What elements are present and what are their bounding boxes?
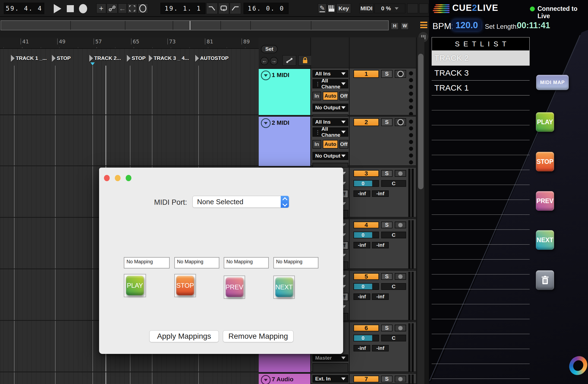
scrollbar-thumb[interactable] bbox=[418, 54, 423, 189]
computer-midi-keyboard-icon[interactable] bbox=[327, 4, 336, 13]
stop-mapping-field[interactable]: No Mapping bbox=[174, 257, 219, 268]
monitor-auto-button[interactable]: Auto bbox=[323, 140, 338, 149]
stop-map-button[interactable]: STOP bbox=[176, 276, 194, 295]
lock-icon[interactable] bbox=[298, 55, 312, 66]
fold-width-button[interactable]: W bbox=[401, 23, 409, 30]
next-mapping-field[interactable]: No Mapping bbox=[273, 257, 318, 268]
arm-button[interactable] bbox=[395, 273, 406, 280]
setlist-empty-row[interactable] bbox=[432, 304, 530, 319]
setlist-empty-row[interactable] bbox=[432, 170, 530, 185]
track-activator[interactable]: 6 bbox=[353, 325, 379, 331]
track-activator[interactable]: 3 bbox=[353, 170, 379, 177]
solo-button[interactable]: S bbox=[381, 170, 393, 177]
pan-slider[interactable]: 0 bbox=[353, 180, 379, 187]
next-map-button[interactable]: NEXT bbox=[275, 277, 293, 297]
record-icon[interactable] bbox=[79, 4, 87, 13]
monitor-in-button[interactable]: In bbox=[312, 140, 321, 149]
loop-icon[interactable] bbox=[218, 3, 229, 14]
setlist-empty-row[interactable] bbox=[432, 185, 530, 200]
next-locator-icon[interactable]: → bbox=[270, 57, 278, 65]
setlist-empty-row[interactable] bbox=[432, 364, 530, 379]
midi-map-button[interactable]: MIDI MAP bbox=[536, 75, 569, 90]
send-field[interactable]: -inf bbox=[372, 190, 389, 197]
fold-track-icon[interactable] bbox=[261, 118, 271, 128]
set-locator-button[interactable]: Set bbox=[261, 45, 278, 53]
pan-slider[interactable]: 0 bbox=[353, 232, 379, 238]
track-header-1-midi[interactable]: 1 MIDI bbox=[259, 68, 310, 115]
prev-mapping-field[interactable]: No Mapping bbox=[224, 257, 269, 268]
apply-mappings-button[interactable]: Apply Mappings bbox=[149, 330, 219, 342]
bpm-value[interactable]: 120.0 bbox=[452, 20, 481, 31]
track-activator[interactable]: 2 bbox=[353, 118, 379, 126]
hamburger-icon[interactable] bbox=[420, 22, 427, 28]
solo-button[interactable]: S bbox=[381, 325, 393, 331]
arm-button[interactable] bbox=[395, 70, 406, 78]
input-channel-dropdown[interactable]: ⋮All Channe bbox=[312, 127, 348, 137]
prev-button[interactable]: PREV bbox=[536, 191, 554, 211]
track-header-7-audio[interactable]: 7 Audio bbox=[259, 373, 310, 384]
monitor-in-button[interactable]: In bbox=[312, 92, 321, 100]
solo-button[interactable]: S bbox=[381, 118, 393, 126]
stop-icon[interactable] bbox=[67, 5, 74, 12]
setlist-empty-row[interactable] bbox=[432, 200, 530, 215]
setlist-empty-row[interactable] bbox=[432, 319, 530, 334]
setlist-empty-row[interactable] bbox=[432, 260, 530, 274]
fold-height-button[interactable]: H bbox=[391, 23, 399, 30]
monitor-off-button[interactable]: Off bbox=[339, 140, 348, 149]
track-activator[interactable]: 7 bbox=[353, 376, 379, 382]
crossfade-button[interactable]: C bbox=[381, 283, 406, 290]
midi-map-mode-button[interactable]: MIDI bbox=[359, 4, 374, 13]
punch-in-position-display[interactable]: 19. 1. 1 bbox=[160, 3, 206, 14]
close-button[interactable] bbox=[104, 175, 110, 181]
setlist-empty-row[interactable] bbox=[432, 349, 530, 364]
track-activator[interactable]: 5 bbox=[353, 273, 379, 280]
beat-time-ruler[interactable]: 41 49 57 65 73 81 89 bbox=[0, 37, 259, 49]
fold-track-icon[interactable] bbox=[261, 375, 271, 384]
vertical-scrollbar[interactable] bbox=[417, 37, 424, 384]
prev-map-button[interactable]: PREV bbox=[226, 277, 244, 297]
crossfade-button[interactable]: C bbox=[381, 180, 406, 187]
output-channel-box[interactable] bbox=[312, 363, 348, 373]
monitor-auto-button[interactable]: Auto bbox=[323, 92, 338, 100]
arm-button[interactable] bbox=[395, 170, 406, 177]
setlist-empty-row[interactable] bbox=[432, 155, 530, 170]
midi-port-select[interactable]: None Selected bbox=[192, 196, 289, 208]
play-map-button[interactable]: PLAY bbox=[126, 276, 144, 295]
fold-track-icon[interactable] bbox=[261, 71, 271, 80]
output-type-dropdown[interactable]: Master bbox=[312, 354, 348, 361]
insert-marker-icon[interactable] bbox=[90, 62, 95, 65]
back-arrow-icon[interactable]: ← bbox=[118, 4, 127, 13]
setlist-empty-row[interactable] bbox=[432, 215, 530, 230]
play-button[interactable]: PLAY bbox=[536, 112, 554, 132]
zoom-button[interactable] bbox=[126, 175, 131, 181]
arm-button[interactable] bbox=[395, 118, 406, 126]
setlist-empty-row[interactable] bbox=[432, 95, 530, 110]
input-channel-dropdown[interactable]: ⋮All Channe bbox=[312, 79, 348, 88]
setlist-empty-row[interactable] bbox=[432, 289, 530, 304]
track-header-2-midi[interactable]: 2 MIDI bbox=[259, 116, 310, 166]
cpu-meter[interactable]: 0 % bbox=[374, 4, 405, 13]
locator-marker[interactable]: AUTOSTOP bbox=[195, 55, 229, 62]
punch-in-icon[interactable] bbox=[206, 3, 218, 14]
solo-button[interactable]: S bbox=[381, 70, 393, 78]
arrangement-position-display[interactable]: 59. 4. 4 bbox=[4, 3, 44, 14]
track-activator[interactable]: 4 bbox=[353, 222, 379, 228]
input-type-dropdown[interactable]: Ext. In bbox=[312, 375, 348, 383]
setlist-empty-row[interactable] bbox=[432, 274, 530, 289]
prev-locator-icon[interactable]: ← bbox=[260, 57, 268, 65]
locator-marker[interactable]: STOP bbox=[52, 55, 71, 62]
crossfade-button[interactable]: C bbox=[381, 335, 406, 341]
setlist-empty-row[interactable] bbox=[432, 125, 530, 140]
solo-button[interactable]: S bbox=[381, 376, 393, 382]
remove-mapping-button[interactable]: Remove Mapping bbox=[223, 330, 293, 342]
delete-button[interactable] bbox=[536, 270, 554, 290]
loop-length-display[interactable]: 16. 0. 0 bbox=[244, 3, 289, 14]
draw-mode-icon[interactable]: ✎ bbox=[318, 4, 327, 13]
volume-field[interactable]: -inf bbox=[353, 242, 370, 248]
setlist-empty-row[interactable] bbox=[432, 230, 530, 245]
punch-out-icon[interactable] bbox=[230, 3, 241, 14]
play-mapping-field[interactable]: No Mapping bbox=[124, 257, 170, 268]
crossfade-button[interactable]: C bbox=[381, 232, 406, 238]
send-field[interactable]: -inf bbox=[372, 242, 389, 248]
selection-brackets-icon[interactable] bbox=[127, 4, 137, 13]
